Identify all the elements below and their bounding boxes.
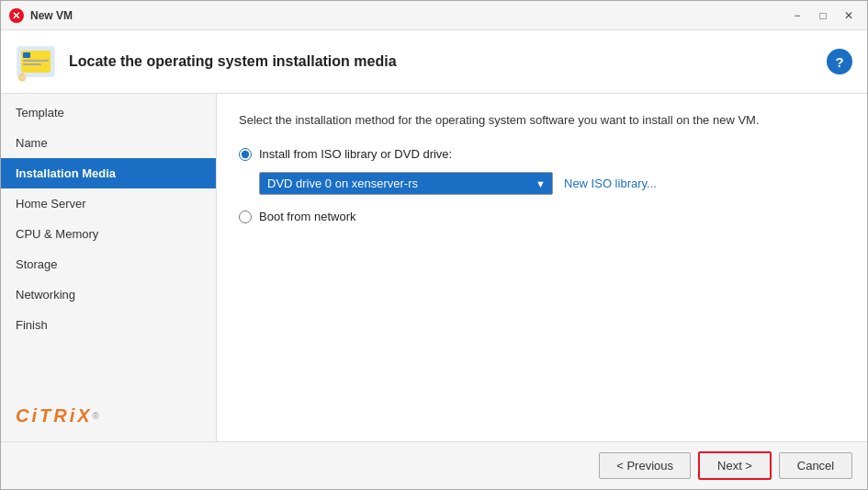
- svg-rect-4: [23, 52, 30, 58]
- previous-button[interactable]: < Previous: [599, 452, 691, 479]
- sidebar: Template Name Installation Media Home Se…: [1, 94, 217, 441]
- sidebar-item-template[interactable]: Template: [1, 97, 216, 128]
- network-option-label[interactable]: Boot from network: [259, 210, 356, 223]
- svg-text:📀: 📀: [17, 73, 27, 82]
- sidebar-item-installation-media[interactable]: Installation Media: [1, 158, 216, 188]
- header-icon: 📀: [16, 41, 56, 82]
- svg-rect-6: [23, 63, 41, 65]
- footer: < Previous Next > Cancel: [1, 441, 867, 489]
- sidebar-item-finish[interactable]: Finish: [1, 310, 216, 340]
- titlebar: ✕ New VM − □ ✕: [1, 1, 867, 30]
- help-button[interactable]: ?: [827, 49, 852, 74]
- new-iso-library-link[interactable]: New ISO library...: [564, 177, 657, 190]
- iso-option-row: Install from ISO library or DVD drive:: [239, 147, 845, 161]
- header-title: Locate the operating system installation…: [69, 53, 827, 70]
- app-icon: ✕: [8, 7, 25, 24]
- dvd-dropdown-wrapper: DVD drive 0 on xenserver-rs ▼: [259, 172, 553, 195]
- sidebar-item-home-server[interactable]: Home Server: [1, 188, 216, 219]
- next-button[interactable]: Next >: [698, 451, 772, 480]
- close-button[interactable]: ✕: [838, 6, 860, 25]
- sidebar-item-networking[interactable]: Networking: [1, 279, 216, 310]
- minimize-button[interactable]: −: [786, 6, 808, 25]
- content-area: Template Name Installation Media Home Se…: [1, 94, 867, 441]
- window-title: New VM: [30, 9, 786, 22]
- sidebar-item-storage[interactable]: Storage: [1, 249, 216, 279]
- iso-radio[interactable]: [239, 148, 252, 161]
- dropdown-row: DVD drive 0 on xenserver-rs ▼ New ISO li…: [259, 172, 845, 195]
- sidebar-item-cpu-memory[interactable]: CPU & Memory: [1, 219, 216, 249]
- network-radio[interactable]: [239, 211, 252, 223]
- dialog-header: 📀 Locate the operating system installati…: [1, 30, 867, 94]
- network-option-row: Boot from network: [239, 210, 845, 223]
- cancel-button[interactable]: Cancel: [779, 452, 852, 479]
- svg-rect-5: [23, 60, 49, 62]
- instruction-text: Select the installation method for the o…: [239, 112, 845, 129]
- svg-text:✕: ✕: [12, 10, 20, 21]
- dvd-dropdown[interactable]: DVD drive 0 on xenserver-rs: [259, 172, 553, 195]
- window-controls: − □ ✕: [786, 6, 860, 25]
- citrix-logo: CiTRiX®: [1, 391, 216, 441]
- maximize-button[interactable]: □: [812, 6, 834, 25]
- new-vm-window: ✕ New VM − □ ✕ 📀 Locate the operating sy…: [0, 0, 868, 490]
- sidebar-item-name[interactable]: Name: [1, 128, 216, 158]
- iso-option-label[interactable]: Install from ISO library or DVD drive:: [259, 147, 452, 161]
- main-panel: Select the installation method for the o…: [217, 94, 867, 441]
